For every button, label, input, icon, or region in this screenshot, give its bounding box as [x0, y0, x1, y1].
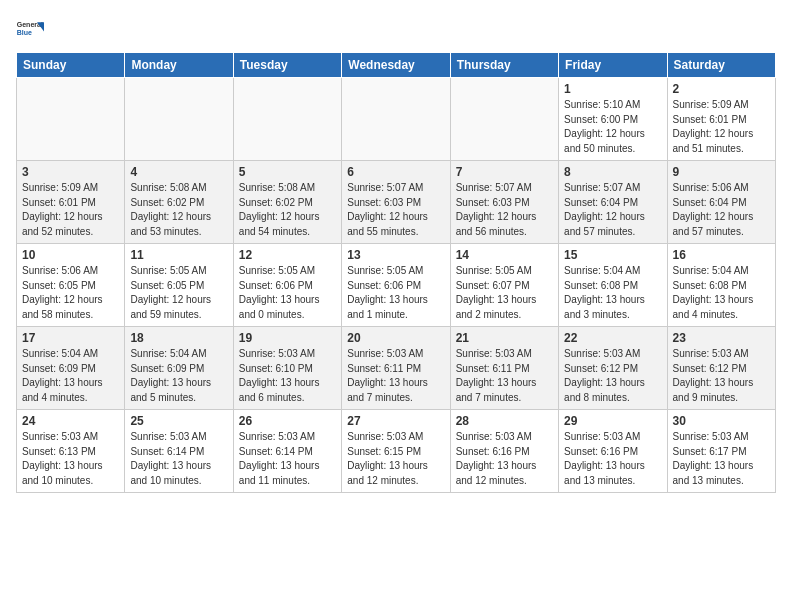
calendar-cell	[233, 78, 341, 161]
day-number: 27	[347, 414, 444, 428]
day-number: 7	[456, 165, 553, 179]
day-info: Sunrise: 5:09 AM Sunset: 6:01 PM Dayligh…	[673, 98, 770, 156]
day-number: 14	[456, 248, 553, 262]
day-info: Sunrise: 5:03 AM Sunset: 6:17 PM Dayligh…	[673, 430, 770, 488]
day-info: Sunrise: 5:04 AM Sunset: 6:09 PM Dayligh…	[130, 347, 227, 405]
calendar-cell: 2Sunrise: 5:09 AM Sunset: 6:01 PM Daylig…	[667, 78, 775, 161]
day-number: 1	[564, 82, 661, 96]
calendar-cell	[17, 78, 125, 161]
calendar-cell: 3Sunrise: 5:09 AM Sunset: 6:01 PM Daylig…	[17, 161, 125, 244]
weekday-header: Saturday	[667, 53, 775, 78]
day-info: Sunrise: 5:04 AM Sunset: 6:08 PM Dayligh…	[564, 264, 661, 322]
day-info: Sunrise: 5:03 AM Sunset: 6:11 PM Dayligh…	[347, 347, 444, 405]
day-number: 8	[564, 165, 661, 179]
page-header: GeneralBlue	[16, 16, 776, 44]
calendar-cell: 15Sunrise: 5:04 AM Sunset: 6:08 PM Dayli…	[559, 244, 667, 327]
day-info: Sunrise: 5:03 AM Sunset: 6:16 PM Dayligh…	[564, 430, 661, 488]
calendar-cell: 6Sunrise: 5:07 AM Sunset: 6:03 PM Daylig…	[342, 161, 450, 244]
calendar-cell: 24Sunrise: 5:03 AM Sunset: 6:13 PM Dayli…	[17, 410, 125, 493]
calendar-cell: 25Sunrise: 5:03 AM Sunset: 6:14 PM Dayli…	[125, 410, 233, 493]
calendar-cell: 20Sunrise: 5:03 AM Sunset: 6:11 PM Dayli…	[342, 327, 450, 410]
calendar-cell: 22Sunrise: 5:03 AM Sunset: 6:12 PM Dayli…	[559, 327, 667, 410]
day-info: Sunrise: 5:09 AM Sunset: 6:01 PM Dayligh…	[22, 181, 119, 239]
day-number: 13	[347, 248, 444, 262]
day-info: Sunrise: 5:06 AM Sunset: 6:05 PM Dayligh…	[22, 264, 119, 322]
day-number: 28	[456, 414, 553, 428]
day-info: Sunrise: 5:04 AM Sunset: 6:09 PM Dayligh…	[22, 347, 119, 405]
day-number: 11	[130, 248, 227, 262]
day-info: Sunrise: 5:08 AM Sunset: 6:02 PM Dayligh…	[130, 181, 227, 239]
calendar-cell: 17Sunrise: 5:04 AM Sunset: 6:09 PM Dayli…	[17, 327, 125, 410]
calendar-cell: 28Sunrise: 5:03 AM Sunset: 6:16 PM Dayli…	[450, 410, 558, 493]
day-info: Sunrise: 5:03 AM Sunset: 6:14 PM Dayligh…	[130, 430, 227, 488]
weekday-header: Tuesday	[233, 53, 341, 78]
day-info: Sunrise: 5:03 AM Sunset: 6:12 PM Dayligh…	[673, 347, 770, 405]
day-info: Sunrise: 5:05 AM Sunset: 6:06 PM Dayligh…	[239, 264, 336, 322]
day-info: Sunrise: 5:03 AM Sunset: 6:14 PM Dayligh…	[239, 430, 336, 488]
calendar-week-row: 3Sunrise: 5:09 AM Sunset: 6:01 PM Daylig…	[17, 161, 776, 244]
calendar-cell: 19Sunrise: 5:03 AM Sunset: 6:10 PM Dayli…	[233, 327, 341, 410]
day-number: 12	[239, 248, 336, 262]
calendar-cell: 10Sunrise: 5:06 AM Sunset: 6:05 PM Dayli…	[17, 244, 125, 327]
day-number: 9	[673, 165, 770, 179]
calendar-cell	[125, 78, 233, 161]
calendar-cell: 12Sunrise: 5:05 AM Sunset: 6:06 PM Dayli…	[233, 244, 341, 327]
calendar-cell: 30Sunrise: 5:03 AM Sunset: 6:17 PM Dayli…	[667, 410, 775, 493]
calendar-cell: 29Sunrise: 5:03 AM Sunset: 6:16 PM Dayli…	[559, 410, 667, 493]
day-number: 16	[673, 248, 770, 262]
day-info: Sunrise: 5:03 AM Sunset: 6:12 PM Dayligh…	[564, 347, 661, 405]
calendar-cell: 8Sunrise: 5:07 AM Sunset: 6:04 PM Daylig…	[559, 161, 667, 244]
day-number: 30	[673, 414, 770, 428]
day-info: Sunrise: 5:03 AM Sunset: 6:15 PM Dayligh…	[347, 430, 444, 488]
calendar-cell: 16Sunrise: 5:04 AM Sunset: 6:08 PM Dayli…	[667, 244, 775, 327]
day-info: Sunrise: 5:10 AM Sunset: 6:00 PM Dayligh…	[564, 98, 661, 156]
day-info: Sunrise: 5:06 AM Sunset: 6:04 PM Dayligh…	[673, 181, 770, 239]
calendar-cell	[450, 78, 558, 161]
day-info: Sunrise: 5:08 AM Sunset: 6:02 PM Dayligh…	[239, 181, 336, 239]
day-number: 22	[564, 331, 661, 345]
day-info: Sunrise: 5:07 AM Sunset: 6:03 PM Dayligh…	[347, 181, 444, 239]
day-number: 19	[239, 331, 336, 345]
calendar-week-row: 17Sunrise: 5:04 AM Sunset: 6:09 PM Dayli…	[17, 327, 776, 410]
calendar-cell: 21Sunrise: 5:03 AM Sunset: 6:11 PM Dayli…	[450, 327, 558, 410]
day-number: 17	[22, 331, 119, 345]
day-number: 4	[130, 165, 227, 179]
calendar-cell: 23Sunrise: 5:03 AM Sunset: 6:12 PM Dayli…	[667, 327, 775, 410]
calendar-cell: 7Sunrise: 5:07 AM Sunset: 6:03 PM Daylig…	[450, 161, 558, 244]
weekday-header-row: SundayMondayTuesdayWednesdayThursdayFrid…	[17, 53, 776, 78]
day-number: 5	[239, 165, 336, 179]
calendar-cell: 14Sunrise: 5:05 AM Sunset: 6:07 PM Dayli…	[450, 244, 558, 327]
calendar-cell: 4Sunrise: 5:08 AM Sunset: 6:02 PM Daylig…	[125, 161, 233, 244]
calendar-cell	[342, 78, 450, 161]
logo-icon: GeneralBlue	[16, 16, 44, 44]
day-info: Sunrise: 5:05 AM Sunset: 6:06 PM Dayligh…	[347, 264, 444, 322]
day-number: 21	[456, 331, 553, 345]
day-info: Sunrise: 5:05 AM Sunset: 6:07 PM Dayligh…	[456, 264, 553, 322]
day-info: Sunrise: 5:03 AM Sunset: 6:11 PM Dayligh…	[456, 347, 553, 405]
calendar-cell: 27Sunrise: 5:03 AM Sunset: 6:15 PM Dayli…	[342, 410, 450, 493]
weekday-header: Wednesday	[342, 53, 450, 78]
day-info: Sunrise: 5:03 AM Sunset: 6:13 PM Dayligh…	[22, 430, 119, 488]
day-info: Sunrise: 5:04 AM Sunset: 6:08 PM Dayligh…	[673, 264, 770, 322]
svg-text:Blue: Blue	[17, 29, 32, 36]
calendar-table: SundayMondayTuesdayWednesdayThursdayFrid…	[16, 52, 776, 493]
day-number: 29	[564, 414, 661, 428]
day-number: 15	[564, 248, 661, 262]
calendar-cell: 26Sunrise: 5:03 AM Sunset: 6:14 PM Dayli…	[233, 410, 341, 493]
day-info: Sunrise: 5:05 AM Sunset: 6:05 PM Dayligh…	[130, 264, 227, 322]
day-number: 6	[347, 165, 444, 179]
calendar-week-row: 10Sunrise: 5:06 AM Sunset: 6:05 PM Dayli…	[17, 244, 776, 327]
day-number: 23	[673, 331, 770, 345]
day-info: Sunrise: 5:07 AM Sunset: 6:03 PM Dayligh…	[456, 181, 553, 239]
day-number: 18	[130, 331, 227, 345]
calendar-cell: 11Sunrise: 5:05 AM Sunset: 6:05 PM Dayli…	[125, 244, 233, 327]
day-number: 10	[22, 248, 119, 262]
weekday-header: Sunday	[17, 53, 125, 78]
day-info: Sunrise: 5:03 AM Sunset: 6:16 PM Dayligh…	[456, 430, 553, 488]
calendar-cell: 13Sunrise: 5:05 AM Sunset: 6:06 PM Dayli…	[342, 244, 450, 327]
day-info: Sunrise: 5:03 AM Sunset: 6:10 PM Dayligh…	[239, 347, 336, 405]
calendar-cell: 18Sunrise: 5:04 AM Sunset: 6:09 PM Dayli…	[125, 327, 233, 410]
calendar-cell: 5Sunrise: 5:08 AM Sunset: 6:02 PM Daylig…	[233, 161, 341, 244]
calendar-cell: 1Sunrise: 5:10 AM Sunset: 6:00 PM Daylig…	[559, 78, 667, 161]
day-number: 24	[22, 414, 119, 428]
